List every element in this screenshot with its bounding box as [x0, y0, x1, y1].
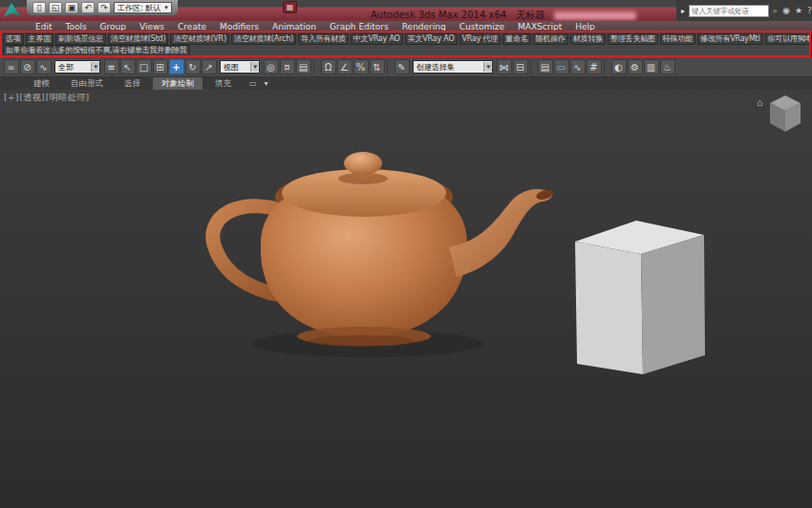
graphite-ribbon-toggle-icon[interactable]: ▭: [554, 59, 569, 74]
menu-item[interactable]: Tools: [58, 22, 93, 32]
window-title: Autodesk 3ds Max 2014 x64无标题: [371, 9, 646, 22]
use-pivot-center-icon[interactable]: ◎: [264, 59, 279, 74]
ribbon-tab-bar: 建模自由形式选择对象绘制填充 ▭▾: [0, 77, 812, 90]
spinner-snap-icon[interactable]: ⇅: [370, 59, 385, 74]
render-setup-icon[interactable]: ⚙: [628, 59, 643, 74]
bind-to-space-warp-icon[interactable]: ∿: [36, 59, 52, 74]
menu-item[interactable]: Rendering: [395, 22, 453, 32]
viewcube[interactable]: ⌂: [757, 95, 801, 132]
window-crossing-icon[interactable]: ⊞: [153, 59, 168, 74]
schematic-view-icon[interactable]: #: [587, 59, 602, 74]
script-button[interactable]: 整理丢失贴图: [608, 33, 658, 45]
select-and-move-icon[interactable]: +: [169, 59, 184, 74]
script-button[interactable]: 清空材质球(Std): [108, 33, 169, 45]
percent-snap-icon[interactable]: %: [353, 59, 369, 74]
layer-manager-icon[interactable]: ▤: [538, 59, 553, 74]
title-bar: ▯◱▣↶↷ 工作区: 默认 ▦ Autodesk 3ds Max 2014 x6…: [0, 0, 812, 21]
script-button[interactable]: 特殊功能: [660, 33, 695, 45]
box-right-face: [641, 235, 705, 374]
mirror-icon[interactable]: ⋈: [497, 59, 512, 74]
teapot-object[interactable]: [213, 152, 554, 347]
viewport-canvas[interactable]: ⌂: [0, 90, 812, 508]
selection-region-icon[interactable]: □: [137, 59, 152, 74]
对象绘制[interactable]: 对象绘制: [153, 77, 203, 91]
unlink-selection-icon[interactable]: ⊘: [20, 59, 35, 74]
script-button[interactable]: VRay 代理: [459, 33, 502, 45]
select-and-rotate-icon[interactable]: ↻: [185, 59, 201, 74]
angle-snap-icon[interactable]: ∠: [337, 59, 353, 74]
main-toolbar: ∞⊘∿全部≡↖□⊞+↻↗视图◎¤▤Ω∠%⇅✎创建选择集⋈⊟▤▭∿#◐⚙▥♨: [0, 57, 812, 77]
script-button-row-2: 如果你看着这么多的按钮很不爽,请右键单击我并删除我: [2, 45, 809, 56]
favorites-icon[interactable]: ★: [795, 7, 802, 15]
建模[interactable]: 建模: [25, 77, 58, 91]
menu-item[interactable]: Edit: [29, 22, 58, 32]
curve-editor-icon[interactable]: ∿: [570, 59, 586, 74]
ribbon-panel-toggle-icon[interactable]: ▭: [249, 79, 257, 88]
script-button[interactable]: 主界面: [26, 33, 53, 45]
select-by-name-icon[interactable]: ≡: [104, 59, 119, 74]
script-button[interactable]: 重命名: [502, 33, 530, 45]
select-and-manipulate-icon[interactable]: ¤: [280, 59, 295, 74]
workspace-extra-button[interactable]: ▦: [283, 1, 297, 13]
perspective-viewport[interactable]: [+][透视][明暗处理]: [0, 90, 812, 508]
edit-selection-sets-icon[interactable]: ✎: [395, 59, 410, 74]
search-scope-dropdown-icon[interactable]: ▸: [681, 7, 685, 15]
3dsmax-logo-icon[interactable]: [2, 1, 23, 19]
menu-item[interactable]: MAXScript: [511, 22, 568, 32]
script-button[interactable]: 随机操作: [533, 33, 568, 45]
script-button[interactable]: 材质转换: [570, 33, 606, 45]
viewport-menu-view[interactable]: [透视]: [19, 92, 44, 102]
open-file-icon[interactable]: ◱: [49, 2, 62, 13]
select-object-icon[interactable]: ↖: [120, 59, 136, 74]
help-icon[interactable]: ?: [807, 7, 812, 15]
reference-coordinate-dropdown[interactable]: 视图: [220, 60, 260, 74]
选择[interactable]: 选择: [116, 77, 149, 91]
menu-item[interactable]: Graph Editors: [323, 22, 395, 32]
select-and-link-icon[interactable]: ∞: [4, 59, 19, 74]
script-button[interactable]: 导入所有材质: [298, 33, 349, 45]
script-button[interactable]: 中文VRay AO: [351, 33, 403, 45]
script-button[interactable]: 如果你看着这么多的按钮很不爽,请右键单击我并删除我: [3, 45, 190, 56]
script-button[interactable]: 刷新场景信息: [55, 33, 106, 45]
material-editor-icon[interactable]: ◐: [611, 59, 627, 74]
menu-item[interactable]: Customize: [453, 22, 511, 32]
keyboard-override-icon[interactable]: ▤: [296, 59, 311, 74]
menu-item[interactable]: Animation: [266, 22, 323, 32]
search-icon[interactable]: ⌕: [773, 7, 778, 15]
redacted-text-blur: [554, 11, 636, 20]
viewport-menu-shading[interactable]: [明暗处理]: [46, 92, 89, 102]
communication-center-icon[interactable]: ◉: [782, 7, 790, 15]
menu-item[interactable]: Modifiers: [213, 22, 266, 32]
script-button[interactable]: 选项: [3, 33, 24, 45]
box-object[interactable]: [575, 221, 705, 374]
save-file-icon[interactable]: ▣: [65, 2, 78, 13]
new-scene-icon[interactable]: ▯: [32, 2, 46, 13]
search-input[interactable]: [689, 5, 769, 17]
script-button[interactable]: 清空材质球(Arch): [231, 33, 296, 45]
自由形式[interactable]: 自由形式: [62, 77, 112, 91]
3dsmax-window: ▯◱▣↶↷ 工作区: 默认 ▦ Autodesk 3ds Max 2014 x6…: [0, 0, 812, 508]
script-button[interactable]: 清空材质球(VR): [170, 33, 228, 45]
render-icon[interactable]: ♨: [660, 59, 675, 74]
redo-icon[interactable]: ↷: [97, 2, 111, 13]
workspace-dropdown[interactable]: 工作区: 默认: [114, 2, 172, 13]
select-and-scale-icon[interactable]: ↗: [202, 59, 217, 74]
menu-item[interactable]: Group: [94, 22, 133, 32]
named-selection-dropdown[interactable]: 创建选择集: [413, 60, 493, 74]
menu-item[interactable]: Create: [171, 22, 213, 32]
rendered-frame-icon[interactable]: ▥: [644, 59, 659, 74]
viewcube-home-icon[interactable]: ⌂: [757, 97, 762, 108]
align-icon[interactable]: ⊟: [513, 59, 528, 74]
script-button[interactable]: 你可以用脚本管理添加按钮到此处: [765, 33, 809, 45]
script-button[interactable]: 英文VRay AO: [405, 33, 458, 45]
selection-filter-dropdown[interactable]: 全部: [54, 60, 100, 74]
ribbon-dropdown-icon[interactable]: ▾: [265, 79, 268, 88]
viewport-menu-plus[interactable]: [+]: [4, 92, 18, 102]
script-button[interactable]: 修改所有VRayMtl: [697, 33, 763, 45]
infocenter-bar: ▸ ⌕◉★?: [676, 0, 812, 21]
undo-icon[interactable]: ↶: [81, 2, 95, 13]
menu-item[interactable]: Views: [133, 22, 171, 32]
menu-item[interactable]: Help: [568, 22, 602, 32]
snap-toggle-icon[interactable]: Ω: [321, 59, 336, 74]
填充[interactable]: 填充: [206, 77, 240, 91]
